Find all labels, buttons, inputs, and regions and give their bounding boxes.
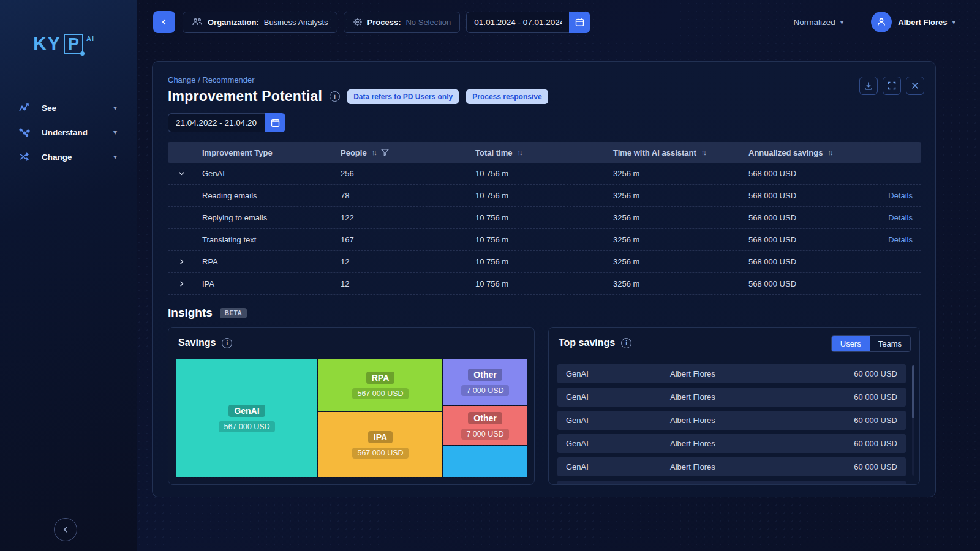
ts-amount: 60 000 USD [805, 369, 897, 378]
row-total-time: 10 756 m [468, 169, 606, 178]
row-ai-time: 3256 m [606, 235, 741, 244]
gear-icon [353, 17, 363, 27]
row-people: 256 [333, 169, 468, 178]
row-savings: 568 000 USD [741, 169, 866, 178]
treemap-block-other-purple[interactable]: Other 7 000 USD [443, 359, 527, 405]
top-savings-row[interactable]: GenAI Albert Flores 60 000 USD [557, 434, 906, 453]
sidebar-item-see[interactable]: See ▾ [0, 96, 137, 120]
fullscreen-button[interactable] [883, 77, 901, 95]
row-people: 122 [333, 213, 468, 222]
scrollbar-thumb[interactable] [912, 365, 914, 418]
treemap-label: GenAI [228, 405, 265, 417]
sort-icon[interactable]: ↑↓ [827, 149, 832, 156]
filter-icon[interactable] [381, 149, 389, 156]
sidebar-collapse-button[interactable] [54, 518, 77, 541]
scrollbar[interactable] [912, 365, 914, 476]
top-savings-row[interactable]: GenAI Albert Flores 60 000 USD [557, 388, 906, 407]
process-value: No Selection [405, 18, 451, 27]
treemap-block-rpa[interactable]: RPA 567 000 USD [318, 359, 442, 411]
kyp-ai-logo[interactable]: KY P AI [33, 34, 94, 54]
row-total-time: 10 756 m [468, 257, 606, 266]
table-row-translating-text[interactable]: Translating text 167 10 756 m 3256 m 568… [168, 229, 921, 251]
table-row-reading-emails[interactable]: Reading emails 78 10 756 m 3256 m 568 00… [168, 185, 921, 207]
ts-user: Albert Flores [670, 462, 805, 471]
chevron-right-icon[interactable] [168, 280, 195, 287]
sidebar-item-understand[interactable]: Understand ▾ [0, 120, 137, 144]
treemap-block-genai[interactable]: GenAI 567 000 USD [176, 359, 317, 477]
improvement-table: Improvement Type People ↑↓ Total time ↑↓… [168, 142, 921, 295]
treemap-label: Other [468, 369, 502, 381]
toggle-users[interactable]: Users [832, 336, 870, 351]
treemap-block-other-red[interactable]: Other 7 000 USD [443, 406, 527, 445]
improvement-potential-panel: Change / Recommender Improvement Potenti… [152, 61, 936, 497]
treemap-block-ipa[interactable]: IPA 567 000 USD [318, 412, 442, 477]
table-row-ipa[interactable]: IPA 12 10 756 m 3256 m 568 000 USD [168, 273, 921, 295]
table-row-rpa[interactable]: RPA 12 10 756 m 3256 m 568 000 USD [168, 251, 921, 273]
treemap-value: 567 000 USD [352, 388, 408, 399]
breadcrumb[interactable]: Change / Recommender [168, 75, 920, 84]
beta-badge: BETA [220, 308, 247, 318]
details-link[interactable]: Details [866, 235, 921, 244]
top-savings-row[interactable]: GenAI Albert Flores 60 000 USD [557, 364, 906, 383]
col-improvement-type: Improvement Type [195, 148, 333, 157]
treemap-value: 567 000 USD [352, 448, 408, 459]
sort-icon[interactable]: ↑↓ [372, 149, 376, 156]
panel-calendar-button[interactable] [265, 113, 285, 132]
user-avatar[interactable] [871, 12, 892, 32]
top-savings-row[interactable]: GenAI Albert Flores 60 000 USD [557, 411, 906, 430]
badge-pd-users: Data refers to PD Users only [347, 89, 459, 104]
close-button[interactable] [906, 77, 924, 95]
organization-selector[interactable]: Organization: Business Analysts [183, 12, 337, 33]
row-people: 12 [333, 279, 468, 288]
logo-box: P [64, 34, 83, 54]
sort-icon[interactable]: ↑↓ [517, 149, 521, 156]
date-range-input[interactable] [466, 12, 569, 33]
treemap-label: Other [468, 412, 502, 424]
table-row-replying-emails[interactable]: Replying to emails 122 10 756 m 3256 m 5… [168, 207, 921, 229]
process-selector[interactable]: Process: No Selection [344, 12, 461, 33]
ts-category: GenAI [566, 369, 670, 378]
calendar-button[interactable] [569, 12, 590, 33]
chevron-right-icon[interactable] [168, 258, 195, 265]
details-link[interactable]: Details [866, 213, 921, 222]
ts-user: Albert Flores [670, 416, 805, 425]
row-savings: 568 000 USD [741, 191, 866, 200]
info-icon[interactable]: i [330, 91, 340, 102]
col-annualized-savings: Annualized savings ↑↓ [741, 148, 866, 157]
ts-category: GenAI [566, 462, 670, 471]
row-ai-time: 3256 m [606, 191, 741, 200]
row-type: Reading emails [195, 191, 333, 200]
row-total-time: 10 756 m [468, 213, 606, 222]
info-icon[interactable]: i [621, 338, 631, 348]
chevron-down-icon[interactable]: ▾ [952, 18, 956, 26]
panel-date-range-input[interactable] [168, 113, 265, 132]
savings-treemap: GenAI 567 000 USD RPA 567 000 USD IPA 56… [176, 359, 527, 477]
calendar-icon [271, 118, 280, 127]
view-mode-dropdown[interactable]: Normalized ▾ [793, 18, 843, 27]
top-savings-row[interactable]: GenAI Albert Flores 60 000 USD [557, 457, 906, 476]
toggle-teams[interactable]: Teams [870, 336, 910, 351]
organization-value: Business Analysts [264, 18, 328, 27]
chevron-down-icon[interactable] [168, 170, 195, 177]
row-ai-time: 3256 m [606, 257, 741, 266]
treemap-value: 7 000 USD [461, 385, 508, 396]
treemap-block-blue[interactable] [443, 446, 527, 477]
logo-dot [80, 51, 85, 56]
chevron-left-icon [160, 18, 168, 26]
sort-icon[interactable]: ↑↓ [701, 149, 706, 156]
row-people: 167 [333, 235, 468, 244]
table-row-genai[interactable]: GenAI 256 10 756 m 3256 m 568 000 USD [168, 163, 921, 185]
details-link[interactable]: Details [866, 191, 921, 200]
ts-amount: 60 000 USD [805, 392, 897, 402]
sidebar-item-label: Change [42, 152, 113, 162]
info-icon[interactable]: i [222, 338, 232, 348]
row-savings: 568 000 USD [741, 257, 866, 266]
top-savings-title: Top savings [559, 337, 615, 348]
ts-amount: 60 000 USD [805, 462, 897, 471]
back-button[interactable] [153, 11, 175, 33]
download-button[interactable] [859, 77, 878, 95]
ts-category: GenAI [566, 392, 670, 402]
sidebar-item-change[interactable]: Change ▾ [0, 144, 137, 169]
row-ai-time: 3256 m [606, 169, 741, 178]
row-type: Translating text [195, 235, 333, 244]
